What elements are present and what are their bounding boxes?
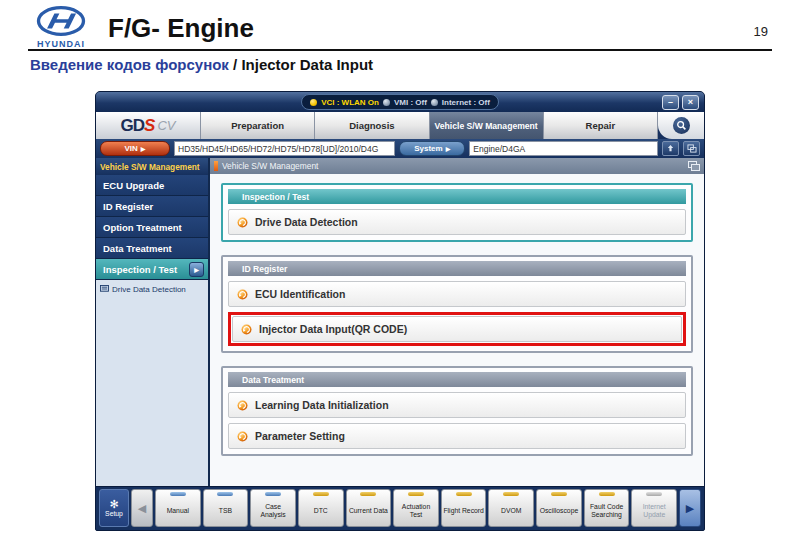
hyundai-logo: HYUNDAI bbox=[28, 6, 94, 49]
run-function-icon bbox=[241, 324, 252, 335]
toolbar-button-indicator bbox=[408, 492, 424, 496]
window-switch-icon[interactable] bbox=[683, 141, 700, 156]
toolbar-buttons: ManualTSBCase AnalysisDTCCurrent DataAct… bbox=[155, 489, 677, 527]
toolbar-button-indicator bbox=[265, 492, 281, 496]
content-header-title: Vehicle S/W Management bbox=[222, 161, 318, 171]
function-item-learning-data-initialization[interactable]: Learning Data Initialization bbox=[228, 392, 686, 418]
toolbar-button-oscilloscope[interactable]: Oscilloscope bbox=[536, 489, 582, 527]
expand-arrow-icon: ▶ bbox=[189, 262, 204, 277]
toolbar-button-current-data[interactable]: Current Data bbox=[346, 489, 392, 527]
function-item-injector-data-input-qr-code[interactable]: Injector Data Input(QR CODE) bbox=[232, 316, 682, 342]
toolbar-button-dtc[interactable]: DTC bbox=[298, 489, 344, 527]
page-number: 19 bbox=[754, 24, 768, 39]
toolbar-button-label: Internet Update bbox=[633, 503, 675, 519]
function-item-label: Learning Data Initialization bbox=[255, 399, 389, 411]
slide-subtitle: Введение кодов форсунок / Injector Data … bbox=[30, 56, 373, 73]
toolbar-button-tsb[interactable]: TSB bbox=[203, 489, 249, 527]
sidebar-header: Vehicle S/W Management bbox=[96, 158, 208, 175]
main-panel: Vehicle S/W Management Inspection / Test… bbox=[210, 158, 704, 486]
toolbar-button-fault-code-searching[interactable]: Fault Code Searching bbox=[584, 489, 630, 527]
upload-icon[interactable] bbox=[662, 141, 679, 156]
content-area: Inspection / TestDrive Data DetectionID … bbox=[210, 174, 704, 486]
toolbar-button-indicator bbox=[360, 492, 376, 496]
list-icon bbox=[100, 285, 109, 293]
toolbar-button-indicator bbox=[456, 492, 472, 496]
sidebar-item-id-register[interactable]: ID Register bbox=[96, 196, 208, 217]
sidebar-subitem-drive-data-detection[interactable]: Drive Data Detection bbox=[96, 280, 208, 298]
content-header: Vehicle S/W Management bbox=[210, 158, 704, 174]
function-item-label: Injector Data Input(QR CODE) bbox=[259, 323, 407, 335]
toolbar-button-manual[interactable]: Manual bbox=[155, 489, 201, 527]
tools-icon: ✻ bbox=[109, 499, 118, 509]
system-arrow-icon: ▶ bbox=[446, 145, 451, 152]
sidebar-item-data-treatment[interactable]: Data Treatment bbox=[96, 238, 208, 259]
tab-preparation[interactable]: Preparation bbox=[201, 112, 315, 139]
main-tabs: PreparationDiagnosisVehicle S/W Manageme… bbox=[201, 112, 658, 139]
section-inspection-test: Inspection / TestDrive Data Detection bbox=[221, 183, 693, 242]
toolbar-button-indicator bbox=[646, 492, 662, 496]
toolbar-prev-button[interactable]: ◀ bbox=[131, 489, 153, 527]
toolbar-button-label: Case Analysis bbox=[252, 503, 294, 519]
section-header-data-treatment: Data Treatment bbox=[228, 372, 686, 387]
toolbar-button-label: TSB bbox=[219, 507, 232, 515]
sidebar-item-inspection-test[interactable]: Inspection / Test ▶ bbox=[96, 259, 208, 280]
sidebar-nav: ECU UpgradeID RegisterOption TreatmentDa… bbox=[96, 175, 208, 259]
toolbar-button-case-analysis[interactable]: Case Analysis bbox=[250, 489, 296, 527]
subtitle-english: Injector Data Input bbox=[241, 56, 373, 73]
toolbar-button-label: Fault Code Searching bbox=[586, 503, 628, 519]
search-panel bbox=[658, 112, 704, 139]
vehicle-info-bar: VIN▶ HD35/HD45/HD65/HD72/HD75/HD78[UD]/2… bbox=[96, 139, 704, 158]
setup-button[interactable]: ✻ Setup bbox=[99, 489, 129, 527]
close-button[interactable]: × bbox=[682, 95, 699, 110]
toolbar-button-label: Current Data bbox=[349, 507, 388, 515]
toolbar-button-indicator bbox=[217, 492, 233, 496]
internet-status-icon bbox=[431, 99, 438, 106]
run-function-icon bbox=[237, 431, 248, 442]
vmi-status-text: VMI : Off bbox=[394, 98, 427, 107]
vin-button[interactable]: VIN▶ bbox=[100, 141, 170, 156]
highlight-annotation: Injector Data Input(QR CODE) bbox=[228, 312, 686, 346]
system-value-field[interactable]: Engine/D4GA bbox=[469, 141, 658, 156]
function-item-ecu-identification[interactable]: ECU Identification bbox=[228, 281, 686, 307]
function-item-drive-data-detection[interactable]: Drive Data Detection bbox=[228, 209, 686, 235]
toolbar-button-indicator bbox=[313, 492, 329, 496]
gds-window: VCI : WLAN On VMI : Off Internet : Off –… bbox=[95, 91, 705, 531]
sidebar: Vehicle S/W Management ECU UpgradeID Reg… bbox=[96, 158, 210, 486]
vin-value-field[interactable]: HD35/HD45/HD65/HD72/HD75/HD78[UD]/2010/D… bbox=[174, 141, 395, 156]
hyundai-oval-icon bbox=[35, 6, 87, 36]
tab-repair[interactable]: Repair bbox=[544, 112, 658, 139]
page-title: F/G- Engine bbox=[108, 13, 254, 44]
popup-window-icon[interactable] bbox=[688, 161, 700, 171]
minimize-button[interactable]: – bbox=[662, 95, 679, 110]
toolbar-button-label: Oscilloscope bbox=[540, 507, 579, 515]
toolbar-next-button[interactable]: ▶ bbox=[679, 489, 701, 527]
header-divider bbox=[28, 49, 772, 51]
run-function-icon bbox=[237, 217, 248, 228]
vmi-status-icon bbox=[383, 99, 390, 106]
vci-status-icon bbox=[310, 99, 317, 106]
toolbar-button-indicator bbox=[170, 492, 186, 496]
toolbar-button-flight-record[interactable]: Flight Record bbox=[441, 489, 487, 527]
bottom-toolbar: ✻ Setup ◀ ManualTSBCase AnalysisDTCCurre… bbox=[96, 486, 704, 530]
hyundai-wordmark: HYUNDAI bbox=[28, 39, 94, 49]
run-function-icon bbox=[237, 289, 248, 300]
tab-diagnosis[interactable]: Diagnosis bbox=[315, 112, 429, 139]
orange-accent-icon bbox=[214, 161, 218, 171]
sidebar-item-option-treatment[interactable]: Option Treatment bbox=[96, 217, 208, 238]
system-button[interactable]: System▶ bbox=[399, 141, 465, 156]
subtitle-russian: Введение кодов форсунок bbox=[30, 56, 229, 73]
function-item-parameter-setting[interactable]: Parameter Setting bbox=[228, 423, 686, 449]
section-header-id-register: ID Register bbox=[228, 261, 686, 276]
toolbar-button-label: Manual bbox=[167, 507, 189, 515]
sidebar-item-ecu-upgrade[interactable]: ECU Upgrade bbox=[96, 175, 208, 196]
toolbar-button-actuation-test[interactable]: Actuation Test bbox=[393, 489, 439, 527]
toolbar-button-label: Actuation Test bbox=[395, 503, 437, 519]
toolbar-button-dvom[interactable]: DVOM bbox=[488, 489, 534, 527]
search-icon[interactable] bbox=[673, 117, 690, 134]
section-header-inspection-test: Inspection / Test bbox=[228, 189, 686, 204]
tab-bar: GDSCV PreparationDiagnosisVehicle S/W Ma… bbox=[96, 112, 704, 139]
section-id-register: ID RegisterECU IdentificationInjector Da… bbox=[221, 255, 693, 353]
window-titlebar: VCI : WLAN On VMI : Off Internet : Off –… bbox=[96, 92, 704, 112]
tab-vehicle-s-w-management[interactable]: Vehicle S/W Management bbox=[430, 112, 544, 139]
vci-status-text: VCI : WLAN On bbox=[321, 98, 379, 107]
